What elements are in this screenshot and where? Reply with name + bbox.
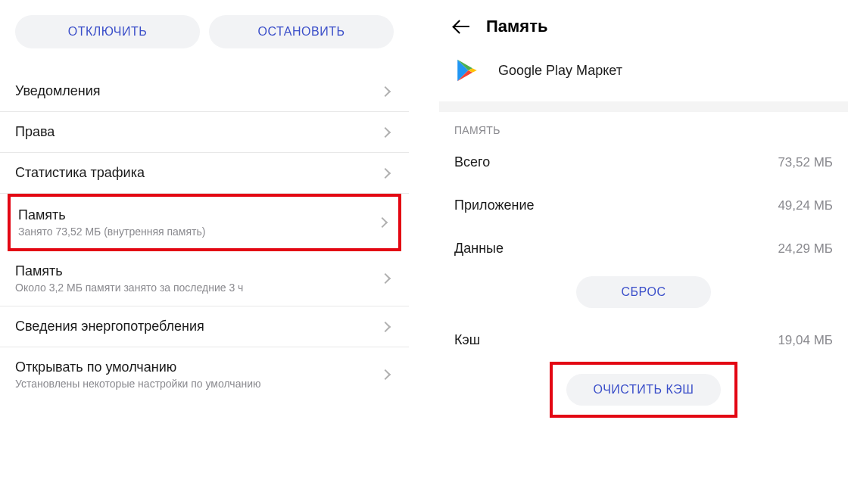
settings-list: Уведомления Права Статистика трафика Пам… [0, 71, 409, 402]
list-item-title: Память [18, 207, 379, 223]
app-name-label: Google Play Маркет [498, 63, 622, 79]
chevron-right-icon [377, 217, 388, 228]
list-item-title: Память [15, 263, 382, 279]
highlight-clear-cache: ОЧИСТИТЬ КЭШ [550, 362, 738, 418]
row-data: Данные 24,29 МБ [439, 227, 848, 270]
chevron-right-icon [380, 321, 391, 331]
section-divider [439, 101, 848, 112]
chevron-right-icon [380, 369, 391, 380]
list-item-title: Уведомления [15, 83, 382, 99]
app-info-panel: ОТКЛЮЧИТЬ ОСТАНОВИТЬ Уведомления Права С… [0, 0, 432, 504]
row-key: Приложение [454, 198, 535, 213]
list-item-title: Открывать по умолчанию [15, 359, 382, 375]
row-key: Кэш [454, 332, 480, 348]
top-button-row: ОТКЛЮЧИТЬ ОСТАНОВИТЬ [0, 0, 409, 71]
list-item-subtitle: Около 3,2 МБ памяти занято за последние … [15, 282, 382, 294]
list-item-title: Права [15, 124, 382, 140]
row-key: Данные [454, 241, 504, 257]
list-item-title: Сведения энергопотребления [15, 319, 382, 334]
back-arrow-icon[interactable] [454, 18, 471, 35]
panel-header: Память [439, 0, 848, 44]
stop-button[interactable]: ОСТАНОВИТЬ [209, 15, 394, 48]
list-item-traffic-stats[interactable]: Статистика трафика [0, 153, 409, 194]
chevron-right-icon [380, 273, 391, 284]
chevron-right-icon [380, 126, 391, 137]
row-app: Приложение 49,24 МБ [439, 184, 848, 227]
row-total: Всего 73,52 МБ [439, 141, 848, 184]
list-item-power-usage[interactable]: Сведения энергопотребления [0, 306, 409, 347]
app-header-row: Google Play Маркет [439, 44, 848, 101]
list-item-memory-usage[interactable]: Память Около 3,2 МБ памяти занято за пос… [0, 251, 409, 306]
row-value: 19,04 МБ [778, 333, 833, 348]
list-item-open-by-default[interactable]: Открывать по умолчанию Установлены некот… [0, 347, 409, 402]
row-key: Всего [454, 154, 490, 170]
storage-detail-panel: Память Google Play Маркет ПАМЯТЬ Всего 7… [432, 0, 848, 504]
highlight-storage-row: Память Занято 73,52 МБ (внутренняя памят… [8, 194, 401, 251]
list-item-title: Статистика трафика [15, 165, 382, 181]
chevron-right-icon [380, 86, 391, 96]
list-item-storage[interactable]: Память Занято 73,52 МБ (внутренняя памят… [11, 197, 398, 248]
section-label-storage: ПАМЯТЬ [439, 112, 848, 141]
chevron-right-icon [380, 167, 391, 178]
disable-button[interactable]: ОТКЛЮЧИТЬ [15, 15, 200, 48]
clear-cache-button[interactable]: ОЧИСТИТЬ КЭШ [566, 374, 722, 406]
row-value: 49,24 МБ [778, 198, 833, 213]
list-item-subtitle: Занято 73,52 МБ (внутренняя память) [18, 226, 379, 238]
list-item-notifications[interactable]: Уведомления [0, 71, 409, 112]
row-value: 24,29 МБ [778, 241, 833, 257]
row-value: 73,52 МБ [778, 155, 833, 170]
list-item-subtitle: Установлены некоторые настройки по умолч… [15, 378, 382, 390]
reset-button-row: СБРОС [439, 270, 848, 319]
google-play-icon [454, 58, 480, 83]
reset-button[interactable]: СБРОС [576, 276, 712, 308]
row-cache: Кэш 19,04 МБ [439, 319, 848, 362]
page-title: Память [486, 17, 547, 36]
list-item-permissions[interactable]: Права [0, 112, 409, 153]
